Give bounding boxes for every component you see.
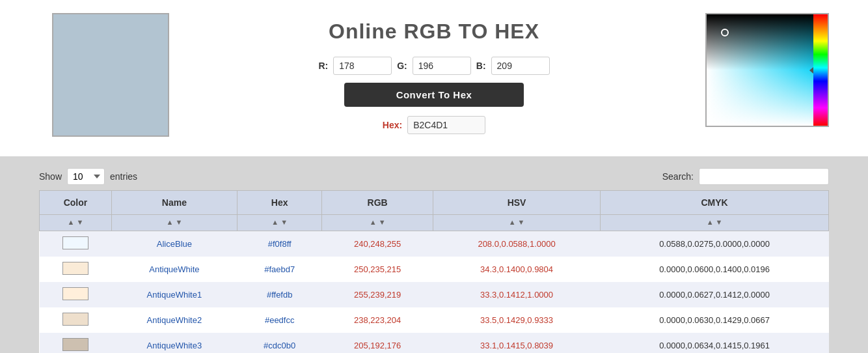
- sort-cmyk: ▲ ▼: [601, 215, 829, 231]
- col-header-color: Color: [40, 191, 112, 215]
- convert-to-hex-button[interactable]: Convert To Hex: [344, 83, 524, 107]
- entries-label: entries: [110, 171, 137, 182]
- rgb-cell: 240,248,255: [322, 231, 433, 257]
- search-label: Search:: [662, 171, 694, 182]
- table-row: AntiqueWhite#faebd7250,235,21534.3,0.140…: [40, 257, 829, 282]
- cmyk-cell: 0.0000,0.0627,0.1412,0.0000: [601, 282, 829, 307]
- name-cell: AntiqueWhite: [111, 257, 237, 282]
- search-input[interactable]: [699, 168, 829, 185]
- hex-cell: #eedfcc: [237, 307, 321, 333]
- hue-slider[interactable]: [813, 14, 828, 126]
- rgb-cell: 205,192,176: [322, 333, 433, 353]
- color-swatch: [62, 313, 88, 326]
- color-cell: [40, 307, 112, 333]
- b-input[interactable]: [491, 57, 550, 75]
- color-swatch: [62, 287, 88, 300]
- data-table: Color Name Hex RGB HSV CMYK ▲ ▼ ▲ ▼ ▲ ▼ …: [39, 190, 829, 353]
- col-header-rgb: RGB: [322, 191, 433, 215]
- color-swatch: [62, 338, 88, 351]
- hex-cell: #f0f8ff: [237, 231, 321, 257]
- hue-arrow-left: [809, 67, 813, 74]
- hex-cell: #ffefdb: [237, 282, 321, 307]
- sort-rgb: ▲ ▼: [322, 215, 433, 231]
- hex-label: Hex:: [383, 120, 402, 130]
- table-row: AntiqueWhite2#eedfcc238,223,20433.5,0.14…: [40, 307, 829, 333]
- hue-arrow-right: [828, 67, 829, 74]
- table-header-row: Color Name Hex RGB HSV CMYK: [40, 191, 829, 215]
- b-label: B:: [476, 61, 486, 71]
- hsv-cell: 33.5,0.1429,0.9333: [433, 307, 600, 333]
- col-header-cmyk: CMYK: [601, 191, 829, 215]
- center-controls: Online RGB TO HEX R: G: B: Convert To He…: [318, 20, 549, 134]
- color-preview-box: [52, 13, 169, 137]
- sort-hsv: ▲ ▼: [433, 215, 600, 231]
- table-body: AliceBlue#f0f8ff240,248,255208.0,0.0588,…: [40, 231, 829, 354]
- col-header-hex: Hex: [237, 191, 321, 215]
- hex-cell: #cdc0b0: [237, 333, 321, 353]
- show-label: Show: [39, 171, 62, 182]
- color-picker-widget[interactable]: [705, 13, 829, 127]
- g-input[interactable]: [413, 57, 471, 75]
- sort-name: ▲ ▼: [111, 215, 237, 231]
- color-cell: [40, 257, 112, 282]
- search-box: Search:: [662, 168, 829, 185]
- rgb-inputs: R: G: B:: [318, 57, 549, 75]
- color-swatch: [62, 236, 88, 249]
- table-row: AntiqueWhite1#ffefdb255,239,21933.3,0.14…: [40, 282, 829, 307]
- table-controls: Show 102550100 entries Search:: [39, 163, 829, 190]
- name-cell: AntiqueWhite1: [111, 282, 237, 307]
- color-swatch: [62, 262, 88, 275]
- picker-dot: [721, 29, 729, 36]
- hsv-cell: 208.0,0.0588,1.0000: [433, 231, 600, 257]
- name-cell: AntiqueWhite2: [111, 307, 237, 333]
- g-label: G:: [397, 61, 407, 71]
- col-header-hsv: HSV: [433, 191, 600, 215]
- hex-input[interactable]: [407, 116, 485, 134]
- color-cell: [40, 282, 112, 307]
- sort-color: ▲ ▼: [40, 215, 112, 231]
- r-label: R:: [318, 61, 328, 71]
- hex-row: Hex:: [383, 116, 485, 134]
- r-input[interactable]: [333, 57, 392, 75]
- page-title: Online RGB TO HEX: [329, 20, 539, 44]
- color-cell: [40, 231, 112, 257]
- cmyk-cell: 0.0000,0.0634,0.1415,0.1961: [601, 333, 829, 353]
- cmyk-cell: 0.0000,0.0600,0.1400,0.0196: [601, 257, 829, 282]
- name-cell: AliceBlue: [111, 231, 237, 257]
- show-entries: Show 102550100 entries: [39, 168, 137, 185]
- cmyk-cell: 0.0588,0.0275,0.0000,0.0000: [601, 231, 829, 257]
- color-gradient[interactable]: [707, 14, 813, 126]
- hsv-cell: 33.1,0.1415,0.8039: [433, 333, 600, 353]
- name-cell: AntiqueWhite3: [111, 333, 237, 353]
- entries-select[interactable]: 102550100: [67, 168, 105, 185]
- sort-arrows-row: ▲ ▼ ▲ ▼ ▲ ▼ ▲ ▼ ▲ ▼ ▲ ▼: [40, 215, 829, 231]
- hsv-cell: 33.3,0.1412,1.0000: [433, 282, 600, 307]
- col-header-name: Name: [111, 191, 237, 215]
- sort-hex: ▲ ▼: [237, 215, 321, 231]
- table-section: Show 102550100 entries Search: Color Nam…: [0, 156, 868, 353]
- cmyk-cell: 0.0000,0.0630,0.1429,0.0667: [601, 307, 829, 333]
- table-row: AntiqueWhite3#cdc0b0205,192,17633.1,0.14…: [40, 333, 829, 353]
- color-cell: [40, 333, 112, 353]
- hex-cell: #faebd7: [237, 257, 321, 282]
- rgb-cell: 250,235,215: [322, 257, 433, 282]
- rgb-cell: 238,223,204: [322, 307, 433, 333]
- hsv-cell: 34.3,0.1400,0.9804: [433, 257, 600, 282]
- top-section: Online RGB TO HEX R: G: B: Convert To He…: [0, 0, 868, 156]
- table-row: AliceBlue#f0f8ff240,248,255208.0,0.0588,…: [40, 231, 829, 257]
- rgb-cell: 255,239,219: [322, 282, 433, 307]
